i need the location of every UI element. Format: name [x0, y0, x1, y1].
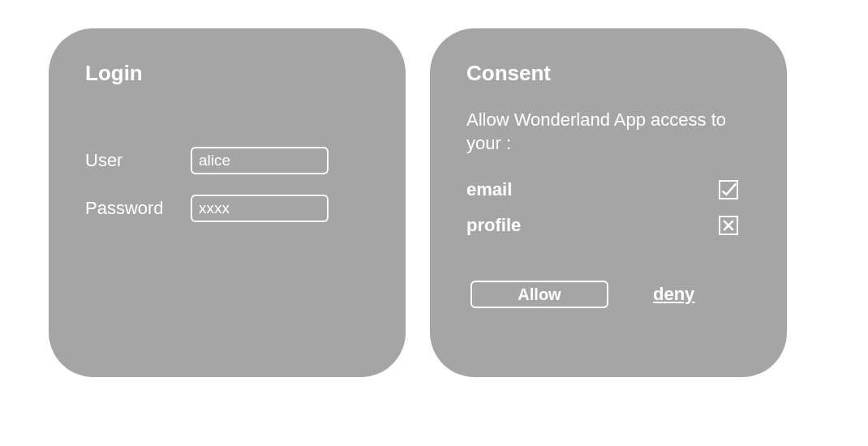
- user-label: User: [85, 150, 191, 171]
- consent-prompt: Allow Wonderland App access to your :: [466, 109, 750, 155]
- password-row: Password xxxx: [85, 195, 369, 222]
- password-input-value: xxxx: [199, 199, 230, 217]
- consent-title: Consent: [466, 61, 750, 86]
- login-title: Login: [85, 61, 369, 86]
- user-input-value: alice: [199, 152, 230, 169]
- password-label: Password: [85, 198, 191, 219]
- x-icon: [720, 217, 737, 234]
- allow-button[interactable]: Allow: [471, 281, 608, 308]
- scope-row-profile: profile: [466, 215, 750, 236]
- allow-button-label: Allow: [518, 285, 561, 304]
- consent-actions: Allow deny: [466, 281, 750, 308]
- scope-label-email: email: [466, 179, 512, 200]
- user-input[interactable]: alice: [191, 147, 329, 174]
- user-row: User alice: [85, 147, 369, 174]
- password-input[interactable]: xxxx: [191, 195, 329, 222]
- deny-link[interactable]: deny: [653, 284, 694, 305]
- check-icon: [720, 182, 737, 198]
- scope-label-profile: profile: [466, 215, 521, 236]
- checkbox-email[interactable]: [719, 180, 738, 199]
- login-card: Login User alice Password xxxx: [49, 28, 406, 377]
- deny-link-label: deny: [653, 284, 694, 304]
- checkbox-profile[interactable]: [719, 216, 738, 235]
- consent-card: Consent Allow Wonderland App access to y…: [430, 28, 787, 377]
- scope-row-email: email: [466, 179, 750, 200]
